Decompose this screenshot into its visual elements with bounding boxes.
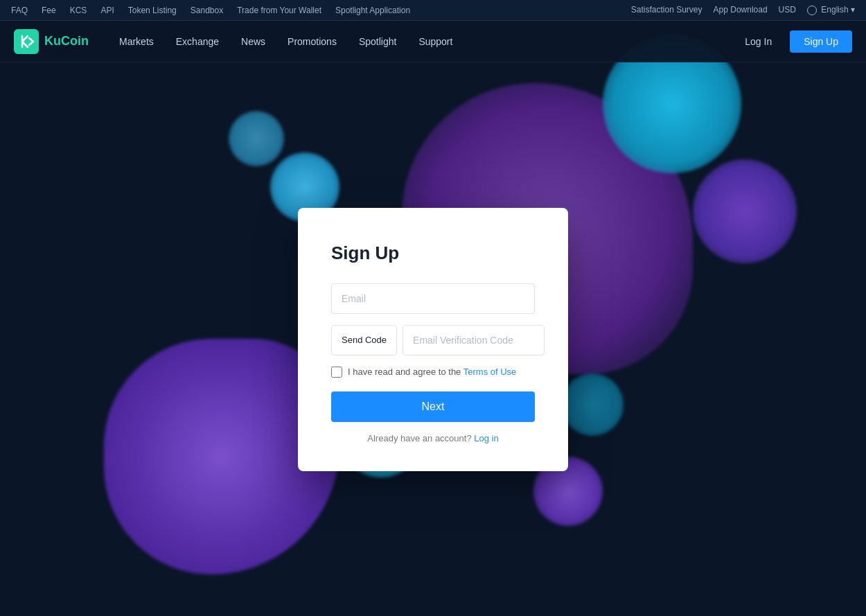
- terms-of-use-link[interactable]: Terms of Use: [463, 367, 517, 377]
- signup-title: Sign Up: [331, 243, 535, 264]
- terms-text: I have read and agree to the Terms of Us…: [348, 367, 516, 377]
- email-form-group: [331, 283, 535, 314]
- topbar-item-trade-wallet[interactable]: Trade from Your Wallet: [237, 6, 321, 15]
- topbar-item-kcs[interactable]: KCS: [70, 6, 87, 15]
- topbar-item-app-download[interactable]: App Download: [714, 5, 768, 15]
- topbar-item-spotlight-app[interactable]: Spotlight Application: [335, 6, 410, 15]
- terms-checkbox[interactable]: [331, 367, 342, 378]
- main-navigation: KuCoin Markets Exchange News Promotions …: [0, 21, 866, 62]
- topbar-item-usd[interactable]: USD: [779, 5, 796, 15]
- email-input[interactable]: [331, 283, 535, 314]
- topbar-item-faq[interactable]: FAQ: [11, 6, 28, 15]
- topbar-item-english[interactable]: English ▾: [807, 5, 855, 15]
- nav-auth-buttons: Log In Sign Up: [734, 30, 852, 53]
- main-content: Sign Up Send Code I have read and agree …: [0, 62, 866, 616]
- svg-rect-0: [14, 29, 39, 54]
- nav-links: Markets Exchange News Promotions Spotlig…: [109, 30, 734, 53]
- kucoin-logo-icon: [14, 29, 39, 54]
- logo-text: KuCoin: [44, 34, 89, 49]
- next-button[interactable]: Next: [331, 391, 535, 422]
- nav-item-markets[interactable]: Markets: [109, 30, 164, 53]
- login-button[interactable]: Log In: [734, 30, 783, 53]
- terms-row: I have read and agree to the Terms of Us…: [331, 367, 535, 378]
- top-utility-bar: FAQ Fee KCS API Token Listing Sandbox Tr…: [0, 0, 866, 21]
- signup-card: Sign Up Send Code I have read and agree …: [298, 208, 568, 471]
- topbar-item-satisfaction-survey[interactable]: Satisfaction Survey: [631, 5, 702, 15]
- verification-row: Send Code: [331, 325, 535, 355]
- signup-button[interactable]: Sign Up: [790, 30, 852, 53]
- nav-item-news[interactable]: News: [231, 30, 275, 53]
- logo[interactable]: KuCoin: [14, 29, 89, 54]
- login-link[interactable]: Log in: [474, 433, 498, 443]
- nav-item-promotions[interactable]: Promotions: [278, 30, 346, 53]
- send-code-button[interactable]: Send Code: [331, 325, 397, 355]
- verification-code-input[interactable]: [403, 325, 545, 355]
- topbar-item-sandbox[interactable]: Sandbox: [191, 6, 223, 15]
- nav-item-spotlight[interactable]: Spotlight: [349, 30, 406, 53]
- top-bar-right-items: Satisfaction Survey App Download USD Eng…: [631, 5, 855, 15]
- nav-item-support[interactable]: Support: [409, 30, 462, 53]
- login-prompt: Already have an account? Log in: [331, 433, 535, 443]
- globe-icon: [807, 6, 817, 15]
- topbar-item-fee[interactable]: Fee: [42, 6, 56, 15]
- top-bar-left-items: FAQ Fee KCS API Token Listing Sandbox Tr…: [11, 6, 631, 15]
- topbar-item-token-listing[interactable]: Token Listing: [128, 6, 177, 15]
- nav-item-exchange[interactable]: Exchange: [166, 30, 229, 53]
- topbar-item-api[interactable]: API: [100, 6, 114, 15]
